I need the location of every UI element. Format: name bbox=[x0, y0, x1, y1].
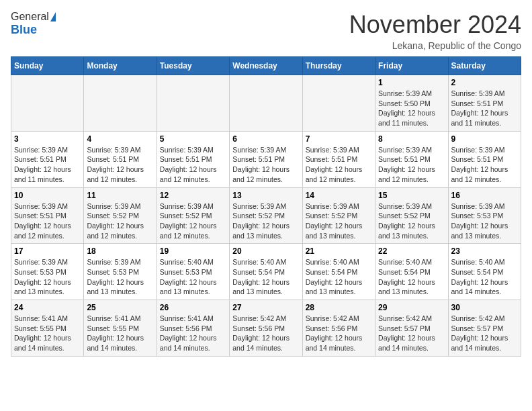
day-number: 13 bbox=[232, 191, 299, 200]
day-number: 12 bbox=[160, 191, 226, 200]
day-number: 2 bbox=[451, 78, 518, 87]
location-subtitle: Lekana, Republic of the Congo bbox=[349, 40, 521, 51]
calendar-cell bbox=[157, 75, 229, 132]
day-info-text: Sunrise: 5:39 AM Sunset: 5:52 PM Dayligh… bbox=[306, 201, 372, 241]
day-info-text: Sunrise: 5:39 AM Sunset: 5:51 PM Dayligh… bbox=[160, 145, 226, 185]
day-info-text: Sunrise: 5:42 AM Sunset: 5:56 PM Dayligh… bbox=[306, 314, 372, 353]
day-number: 23 bbox=[451, 246, 518, 256]
day-number: 25 bbox=[87, 303, 153, 312]
day-of-week-header: Friday bbox=[375, 57, 448, 75]
day-number: 26 bbox=[160, 303, 226, 312]
day-info-text: Sunrise: 5:39 AM Sunset: 5:51 PM Dayligh… bbox=[451, 145, 518, 185]
day-number: 15 bbox=[378, 191, 445, 200]
calendar-cell: 4Sunrise: 5:39 AM Sunset: 5:51 PM Daylig… bbox=[84, 131, 157, 187]
day-info-text: Sunrise: 5:39 AM Sunset: 5:51 PM Dayligh… bbox=[378, 145, 445, 185]
calendar-cell: 27Sunrise: 5:42 AM Sunset: 5:56 PM Dayli… bbox=[230, 300, 302, 357]
day-number: 19 bbox=[160, 246, 226, 256]
calendar-cell: 8Sunrise: 5:39 AM Sunset: 5:51 PM Daylig… bbox=[375, 131, 448, 187]
day-number: 6 bbox=[232, 134, 299, 144]
day-info-text: Sunrise: 5:41 AM Sunset: 5:55 PM Dayligh… bbox=[87, 314, 153, 353]
day-info-text: Sunrise: 5:42 AM Sunset: 5:57 PM Dayligh… bbox=[451, 314, 518, 353]
day-number: 10 bbox=[14, 191, 81, 200]
calendar-cell bbox=[11, 75, 84, 132]
day-info-text: Sunrise: 5:39 AM Sunset: 5:52 PM Dayligh… bbox=[160, 201, 226, 241]
day-info-text: Sunrise: 5:39 AM Sunset: 5:51 PM Dayligh… bbox=[14, 201, 81, 241]
calendar-cell: 5Sunrise: 5:39 AM Sunset: 5:51 PM Daylig… bbox=[157, 131, 229, 187]
day-number: 21 bbox=[306, 246, 372, 256]
day-number: 20 bbox=[232, 246, 299, 256]
day-number: 4 bbox=[87, 134, 153, 144]
day-info-text: Sunrise: 5:39 AM Sunset: 5:51 PM Dayligh… bbox=[14, 145, 81, 185]
day-info-text: Sunrise: 5:39 AM Sunset: 5:52 PM Dayligh… bbox=[232, 201, 299, 241]
day-info-text: Sunrise: 5:39 AM Sunset: 5:52 PM Dayligh… bbox=[378, 201, 445, 241]
calendar-cell: 28Sunrise: 5:42 AM Sunset: 5:56 PM Dayli… bbox=[302, 300, 375, 357]
calendar-cell: 9Sunrise: 5:39 AM Sunset: 5:51 PM Daylig… bbox=[448, 131, 521, 187]
day-info-text: Sunrise: 5:39 AM Sunset: 5:52 PM Dayligh… bbox=[87, 201, 153, 241]
day-number: 27 bbox=[232, 303, 299, 312]
day-info-text: Sunrise: 5:39 AM Sunset: 5:53 PM Dayligh… bbox=[451, 201, 518, 241]
calendar-cell bbox=[84, 75, 157, 132]
day-number: 24 bbox=[14, 303, 81, 312]
calendar-week-row: 10Sunrise: 5:39 AM Sunset: 5:51 PM Dayli… bbox=[11, 187, 521, 244]
calendar-cell: 10Sunrise: 5:39 AM Sunset: 5:51 PM Dayli… bbox=[11, 187, 84, 244]
calendar-cell: 7Sunrise: 5:39 AM Sunset: 5:51 PM Daylig… bbox=[302, 131, 375, 187]
day-number: 17 bbox=[14, 246, 81, 256]
day-number: 22 bbox=[378, 246, 445, 256]
calendar-cell: 13Sunrise: 5:39 AM Sunset: 5:52 PM Dayli… bbox=[230, 187, 302, 244]
day-of-week-header: Thursday bbox=[302, 57, 375, 75]
day-info-text: Sunrise: 5:39 AM Sunset: 5:53 PM Dayligh… bbox=[87, 257, 153, 297]
day-number: 7 bbox=[306, 134, 372, 144]
calendar-week-row: 17Sunrise: 5:39 AM Sunset: 5:53 PM Dayli… bbox=[11, 244, 521, 300]
day-number: 16 bbox=[451, 191, 518, 200]
calendar-week-row: 1Sunrise: 5:39 AM Sunset: 5:50 PM Daylig… bbox=[11, 75, 521, 132]
day-info-text: Sunrise: 5:40 AM Sunset: 5:54 PM Dayligh… bbox=[378, 257, 445, 297]
day-info-text: Sunrise: 5:41 AM Sunset: 5:55 PM Dayligh… bbox=[14, 314, 81, 353]
day-info-text: Sunrise: 5:40 AM Sunset: 5:54 PM Dayligh… bbox=[306, 257, 372, 297]
calendar-cell: 14Sunrise: 5:39 AM Sunset: 5:52 PM Dayli… bbox=[302, 187, 375, 244]
day-info-text: Sunrise: 5:39 AM Sunset: 5:51 PM Dayligh… bbox=[87, 145, 153, 185]
day-info-text: Sunrise: 5:42 AM Sunset: 5:57 PM Dayligh… bbox=[378, 314, 445, 353]
day-of-week-header: Wednesday bbox=[230, 57, 302, 75]
day-of-week-header: Tuesday bbox=[157, 57, 229, 75]
day-info-text: Sunrise: 5:39 AM Sunset: 5:51 PM Dayligh… bbox=[451, 89, 518, 128]
day-number: 1 bbox=[378, 78, 445, 87]
day-number: 9 bbox=[451, 134, 518, 144]
title-area: November 2024 Lekana, Republic of the Co… bbox=[349, 11, 521, 51]
calendar-cell: 11Sunrise: 5:39 AM Sunset: 5:52 PM Dayli… bbox=[84, 187, 157, 244]
calendar-cell: 21Sunrise: 5:40 AM Sunset: 5:54 PM Dayli… bbox=[302, 244, 375, 300]
calendar-table: SundayMondayTuesdayWednesdayThursdayFrid… bbox=[11, 56, 521, 357]
day-info-text: Sunrise: 5:39 AM Sunset: 5:53 PM Dayligh… bbox=[14, 257, 81, 297]
day-info-text: Sunrise: 5:40 AM Sunset: 5:53 PM Dayligh… bbox=[160, 257, 226, 297]
calendar-cell: 25Sunrise: 5:41 AM Sunset: 5:55 PM Dayli… bbox=[84, 300, 157, 357]
calendar-cell: 3Sunrise: 5:39 AM Sunset: 5:51 PM Daylig… bbox=[11, 131, 84, 187]
day-info-text: Sunrise: 5:40 AM Sunset: 5:54 PM Dayligh… bbox=[232, 257, 299, 297]
calendar-cell: 18Sunrise: 5:39 AM Sunset: 5:53 PM Dayli… bbox=[84, 244, 157, 300]
day-info-text: Sunrise: 5:39 AM Sunset: 5:51 PM Dayligh… bbox=[232, 145, 299, 185]
day-info-text: Sunrise: 5:41 AM Sunset: 5:56 PM Dayligh… bbox=[160, 314, 226, 353]
day-of-week-header: Saturday bbox=[448, 57, 521, 75]
calendar-week-row: 24Sunrise: 5:41 AM Sunset: 5:55 PM Dayli… bbox=[11, 300, 521, 357]
logo: General Blue bbox=[11, 11, 56, 37]
calendar-cell: 17Sunrise: 5:39 AM Sunset: 5:53 PM Dayli… bbox=[11, 244, 84, 300]
calendar-cell: 29Sunrise: 5:42 AM Sunset: 5:57 PM Dayli… bbox=[375, 300, 448, 357]
day-info-text: Sunrise: 5:39 AM Sunset: 5:50 PM Dayligh… bbox=[378, 89, 445, 128]
calendar-cell: 16Sunrise: 5:39 AM Sunset: 5:53 PM Dayli… bbox=[448, 187, 521, 244]
day-number: 29 bbox=[378, 303, 445, 312]
day-number: 11 bbox=[87, 191, 153, 200]
calendar-cell: 26Sunrise: 5:41 AM Sunset: 5:56 PM Dayli… bbox=[157, 300, 229, 357]
calendar-header-row: SundayMondayTuesdayWednesdayThursdayFrid… bbox=[11, 57, 521, 75]
calendar-cell: 23Sunrise: 5:40 AM Sunset: 5:54 PM Dayli… bbox=[448, 244, 521, 300]
day-number: 28 bbox=[306, 303, 372, 312]
day-of-week-header: Monday bbox=[84, 57, 157, 75]
day-info-text: Sunrise: 5:39 AM Sunset: 5:51 PM Dayligh… bbox=[306, 145, 372, 185]
day-number: 5 bbox=[160, 134, 226, 144]
calendar-cell: 22Sunrise: 5:40 AM Sunset: 5:54 PM Dayli… bbox=[375, 244, 448, 300]
calendar-cell: 6Sunrise: 5:39 AM Sunset: 5:51 PM Daylig… bbox=[230, 131, 302, 187]
logo-general-text: General bbox=[11, 11, 49, 23]
day-info-text: Sunrise: 5:40 AM Sunset: 5:54 PM Dayligh… bbox=[451, 257, 518, 297]
day-number: 14 bbox=[306, 191, 372, 200]
logo-blue-text: Blue bbox=[11, 23, 37, 37]
day-info-text: Sunrise: 5:42 AM Sunset: 5:56 PM Dayligh… bbox=[232, 314, 299, 353]
calendar-cell: 1Sunrise: 5:39 AM Sunset: 5:50 PM Daylig… bbox=[375, 75, 448, 132]
calendar-cell: 15Sunrise: 5:39 AM Sunset: 5:52 PM Dayli… bbox=[375, 187, 448, 244]
